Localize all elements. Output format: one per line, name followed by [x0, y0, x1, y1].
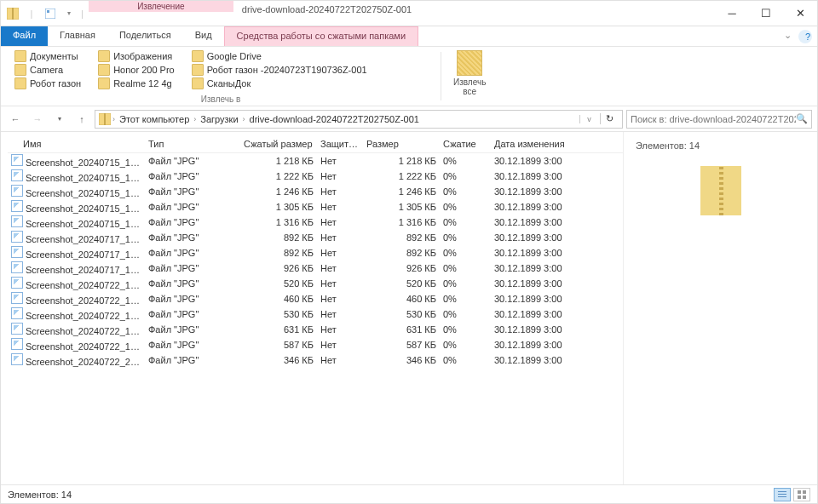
file-list[interactable]: Имя Тип Сжатый размер Защита па... Разме… — [1, 132, 623, 484]
file-row[interactable]: Screenshot_20240715_114409_com...Файл "J… — [8, 153, 623, 169]
image-file-icon — [11, 307, 23, 319]
svg-rect-11 — [798, 495, 801, 499]
share-tab[interactable]: Поделиться — [107, 26, 183, 46]
extract-dest[interactable]: Робот газон -20240723T190736Z-001 — [192, 64, 367, 76]
file-tab[interactable]: Файл — [1, 26, 48, 46]
folder-icon — [192, 50, 204, 62]
extract-dest[interactable]: СканыДок — [192, 77, 367, 89]
column-headers[interactable]: Имя Тип Сжатый размер Защита па... Разме… — [8, 135, 623, 153]
image-file-icon — [11, 185, 23, 197]
group-label: Извлечь в — [14, 94, 427, 104]
file-row[interactable]: Screenshot_20240722_125919_com...Файл "J… — [8, 306, 623, 322]
qat-sep: | — [25, 7, 38, 20]
file-row[interactable]: Screenshot_20240715_114512_com...Файл "J… — [8, 184, 623, 199]
maximize-button[interactable]: ☐ — [749, 1, 783, 26]
extract-dest[interactable]: Google Drive — [192, 50, 367, 62]
image-file-icon — [11, 169, 23, 181]
col-prot[interactable]: Защита па... — [317, 139, 363, 149]
col-name[interactable]: Имя — [8, 139, 145, 149]
crumb-0[interactable]: Этот компьютер — [117, 114, 192, 124]
image-file-icon — [11, 323, 23, 335]
file-row[interactable]: Screenshot_20240722_131011_com...Файл "J… — [8, 322, 623, 337]
svg-rect-5 — [104, 113, 106, 125]
image-file-icon — [11, 200, 23, 212]
archive-icon — [6, 7, 20, 20]
svg-rect-10 — [803, 490, 806, 494]
folder-icon — [192, 64, 204, 76]
extract-dest[interactable]: Документы — [14, 50, 81, 62]
search-icon[interactable]: 🔍 — [796, 113, 808, 124]
col-comp[interactable]: Сжатие — [440, 139, 491, 149]
ribbon-tabs: Файл Главная Поделиться Вид Средства раб… — [1, 26, 817, 47]
zip-preview-icon — [700, 166, 741, 215]
svg-rect-9 — [798, 490, 801, 494]
quick-access-toolbar: | ▾ | — [1, 1, 89, 26]
thumbnails-view-button[interactable] — [793, 488, 810, 501]
image-file-icon — [11, 246, 23, 258]
file-row[interactable]: Screenshot_20240715_114541_com...Файл "J… — [8, 215, 623, 230]
titlebar: | ▾ | Извлечение drive-download-20240722… — [1, 1, 817, 26]
col-size[interactable]: Размер — [363, 139, 440, 149]
svg-rect-8 — [778, 496, 786, 497]
compressed-tools-tab[interactable]: Средства работы со сжатыми папками — [224, 26, 418, 46]
address-bar: ← → ▾ ↑ › Этот компьютер› Загрузки› driv… — [1, 106, 817, 132]
status-bar: Элементов: 14 — [1, 484, 817, 503]
refresh-button[interactable]: ↻ — [600, 113, 619, 124]
file-row[interactable]: Screenshot_20240717_141058_com...Файл "J… — [8, 261, 623, 276]
crumb-1[interactable]: Загрузки — [198, 114, 240, 124]
svg-rect-6 — [778, 491, 786, 492]
details-view-button[interactable] — [774, 488, 791, 501]
folder-icon — [14, 50, 26, 62]
file-row[interactable]: Screenshot_20240715_114530_com...Файл "J… — [8, 199, 623, 215]
file-row[interactable]: Screenshot_20240717_141057_com...Файл "J… — [8, 245, 623, 261]
file-row[interactable]: Screenshot_20240717_141057_com...Файл "J… — [8, 230, 623, 245]
image-file-icon — [11, 261, 23, 273]
extract-all-icon — [457, 50, 482, 76]
search-box[interactable]: 🔍 — [626, 110, 812, 129]
image-file-icon — [11, 215, 23, 227]
help-icon[interactable]: ? — [798, 30, 812, 43]
ribbon-expand-icon[interactable]: ⌄ — [777, 26, 798, 46]
file-row[interactable]: Screenshot_20240715_114455_com...Файл "J… — [8, 169, 623, 184]
folder-icon — [98, 77, 110, 89]
folder-icon — [98, 50, 110, 62]
col-date[interactable]: Дата изменения — [491, 139, 585, 149]
extract-dest[interactable]: Робот газон — [14, 77, 81, 89]
extract-all-button[interactable]: Извлечь все — [448, 49, 491, 104]
file-row[interactable]: Screenshot_20240722_230428_com...Файл "J… — [8, 352, 623, 368]
extract-dest[interactable]: Camera — [14, 64, 81, 76]
svg-rect-7 — [778, 494, 786, 495]
home-tab[interactable]: Главная — [48, 26, 107, 46]
preview-summary: Элементов: 14 — [636, 140, 700, 151]
minimize-button[interactable]: ─ — [715, 1, 749, 26]
file-row[interactable]: Screenshot_20240722_125902_com...Файл "J… — [8, 276, 623, 291]
recent-dropdown[interactable]: ▾ — [50, 110, 69, 129]
address-dropdown[interactable]: v — [579, 115, 598, 123]
crumb-2[interactable]: drive-download-20240722T202750Z-001 — [247, 114, 422, 124]
search-input[interactable] — [631, 114, 796, 124]
properties-icon[interactable] — [43, 7, 57, 20]
view-tab[interactable]: Вид — [183, 26, 224, 46]
up-button[interactable]: ↑ — [72, 110, 91, 129]
col-csize[interactable]: Сжатый размер — [240, 139, 317, 149]
back-button[interactable]: ← — [6, 110, 25, 129]
extract-dest[interactable]: Realme 12 4g — [98, 77, 175, 89]
qat-dropdown-icon[interactable]: ▾ — [62, 7, 76, 20]
close-button[interactable]: ✕ — [783, 1, 817, 26]
folder-icon — [14, 64, 26, 76]
ribbon: ДокументыCameraРобот газонИзображенияHon… — [1, 47, 817, 106]
col-type[interactable]: Тип — [145, 139, 240, 149]
breadcrumb[interactable]: › Этот компьютер› Загрузки› drive-downlo… — [95, 110, 623, 129]
folder-icon — [14, 77, 26, 89]
window-title: drive-download-20240722T202750Z-001 — [233, 1, 715, 26]
forward-button[interactable]: → — [28, 110, 47, 129]
status-text: Элементов: 14 — [8, 490, 72, 500]
svg-rect-1 — [12, 8, 14, 20]
svg-rect-3 — [47, 10, 49, 13]
extract-dest[interactable]: Изображения — [98, 50, 175, 62]
svg-rect-12 — [803, 495, 806, 499]
image-file-icon — [11, 277, 23, 289]
extract-dest[interactable]: Honor 200 Pro — [98, 64, 175, 76]
file-row[interactable]: Screenshot_20240722_131137_com...Файл "J… — [8, 337, 623, 352]
file-row[interactable]: Screenshot_20240722_125908_com...Файл "J… — [8, 291, 623, 306]
